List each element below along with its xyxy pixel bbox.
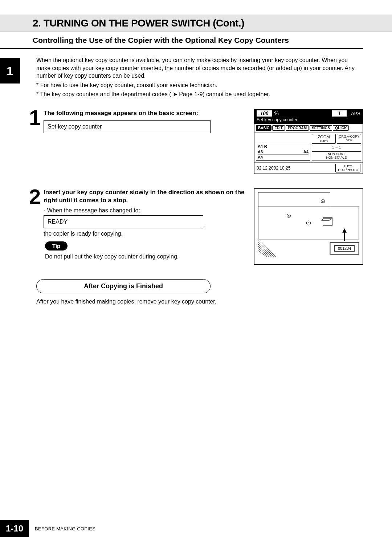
svg-line-8	[258, 250, 267, 257]
tip-text: Do not pull out the key copy counter dur…	[45, 253, 247, 260]
screen-zoom-value: 100	[257, 110, 272, 117]
finish-text: After you have finished making copies, r…	[36, 298, 363, 305]
handle-icon: 0	[288, 215, 290, 218]
screen-tray-side: A4	[303, 150, 309, 154]
screen-btn-sort: NON-SORT NON-STAPLE	[312, 151, 361, 160]
finish-heading: After Copying is Finished	[36, 279, 211, 293]
screen-tray-list: A4-R A3 A4 A4	[256, 143, 310, 161]
screen-message-box: Set key copy counter	[44, 120, 211, 133]
trailing-comma: ,	[203, 222, 205, 228]
screen-tab-program: PROGRAM	[286, 125, 309, 131]
svg-rect-0	[258, 192, 330, 207]
screen-zoom-suffix: %	[274, 110, 279, 117]
screen-tray-2: A3	[258, 150, 263, 154]
step-2-subline: - When the message has changed to:	[44, 207, 247, 214]
screen-quantity: 1	[332, 110, 347, 117]
svg-line-5	[258, 244, 273, 257]
intro-note-2: * The key copy counters and the departme…	[36, 90, 363, 98]
screen-aps-label: APS	[351, 111, 360, 116]
section-title-bar: 2. TURNING ON THE POWER SWITCH (Cont.)	[0, 15, 392, 32]
svg-marker-13	[342, 228, 347, 233]
screen-status-message: Set key copy counter	[257, 117, 360, 122]
step-number: 1	[29, 109, 44, 126]
screen-btn-mode: AUTOTEXT/PHOTO	[335, 164, 360, 172]
step-number: 2	[29, 188, 44, 205]
counter-display-text: 001234	[338, 246, 351, 250]
screen-btn-org: ORG.➔COPY APS	[337, 134, 361, 144]
ready-message-box: READY	[44, 215, 203, 228]
svg-line-7	[258, 248, 269, 257]
finish-block: After Copying is Finished After you have…	[36, 279, 363, 305]
handle-icon: 0	[308, 221, 310, 225]
screen-btn-duplex: 1 → 1	[312, 145, 361, 150]
chapter-badge: 1	[0, 58, 20, 83]
step-2-heading: Insert your key copy counter slowly in t…	[44, 188, 247, 204]
screen-tab-basic: BASIC	[256, 125, 271, 131]
copier-screen-illustration: 100 % 1 APS Set key copy counter BASIC E…	[254, 109, 363, 174]
screen-tray-3: A4	[258, 155, 309, 160]
intro-paragraph: When the optional key copy counter is av…	[36, 57, 355, 79]
screen-tabs: BASIC EDIT PROGRAM SETTINGS QUICK	[254, 124, 363, 133]
section-title: 2. TURNING ON THE POWER SWITCH (Cont.)	[33, 17, 392, 29]
subsection-heading-row: Controlling the Use of the Copier with t…	[0, 32, 363, 49]
footer-caption: BEFORE MAKING COPIES	[35, 526, 95, 531]
page-footer: 1-10 BEFORE MAKING COPIES	[0, 520, 95, 537]
step-1-heading: The following message appears on the bas…	[44, 109, 247, 117]
screen-btn-zoom: ZOOM 100%	[312, 134, 336, 144]
screen-timestamp: 02.12.2002 10:25	[257, 166, 290, 171]
screen-tray-1: A4-R	[258, 144, 309, 149]
step-2-after-ready: the copier is ready for copying.	[44, 231, 247, 237]
handle-icon: 0	[322, 200, 324, 204]
screen-tab-quick: QUICK	[333, 125, 349, 131]
intro-note-1: * For how to use the key copy counter, c…	[36, 81, 363, 89]
step-1: 1 The following message appears on the b…	[29, 109, 363, 174]
page-number: 1-10	[0, 520, 29, 537]
screen-tab-edit: EDIT	[272, 125, 285, 131]
step-2: 2 Insert your key copy counter slowly in…	[29, 188, 363, 265]
screen-tab-settings: SETTINGS	[310, 125, 332, 131]
steps-container: 1 The following message appears on the b…	[29, 109, 363, 265]
subsection-heading: Controlling the Use of the Copier with t…	[33, 36, 363, 45]
copier-insert-illustration: 001234 0 0 0	[254, 188, 363, 265]
tip-badge: Tip	[45, 241, 68, 250]
intro-block: When the optional key copy counter is av…	[36, 56, 363, 98]
